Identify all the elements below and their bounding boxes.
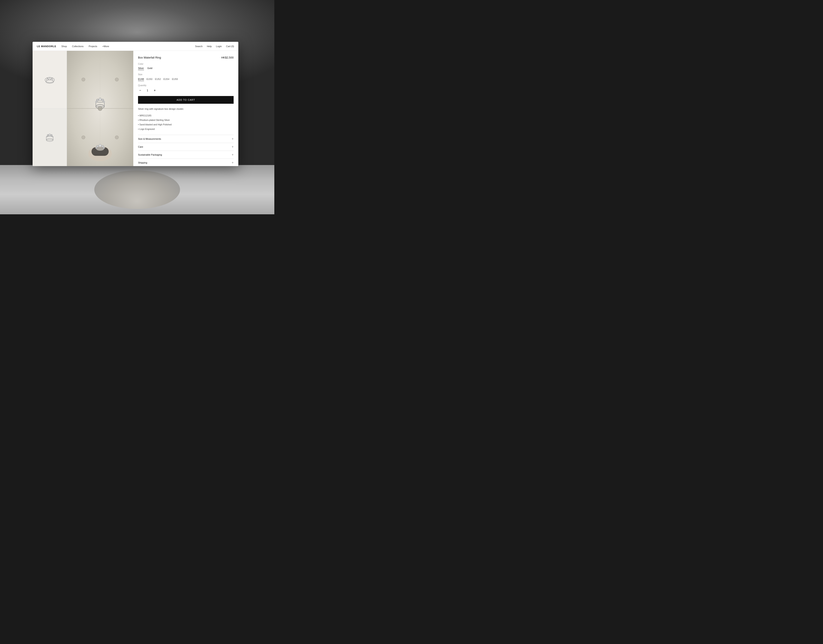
svg-point-6 xyxy=(50,79,51,80)
size-label: Size xyxy=(138,73,234,76)
spec-material: • Rhodium-plated Sterling Silver xyxy=(138,118,234,123)
product-description: Silver ring with signature box design cl… xyxy=(138,107,234,111)
hand-silhouette xyxy=(94,170,180,209)
accordion-care-expand-icon: + xyxy=(232,145,234,149)
accordion-packaging[interactable]: Sustainable Packaging + xyxy=(138,151,234,159)
nav-collections[interactable]: Collections xyxy=(72,45,84,48)
product-window: LE MANDORLE Shop Collections Projects +M… xyxy=(32,42,238,166)
svg-point-35 xyxy=(99,144,101,147)
background-bottom xyxy=(0,165,274,214)
quantity-value: 1 xyxy=(145,89,150,92)
svg-point-12 xyxy=(49,134,51,136)
size-eu48[interactable]: EU48 xyxy=(138,77,144,81)
nav-more[interactable]: +More xyxy=(103,45,109,48)
color-label: Color xyxy=(138,63,234,65)
main-product-image xyxy=(67,51,133,166)
accordion-size-expand-icon: + xyxy=(232,137,234,141)
navbar-right: Search Help Login Cart (0) xyxy=(195,45,234,48)
navbar-left: LE MANDORLE Shop Collections Projects +M… xyxy=(37,45,109,48)
svg-point-19 xyxy=(82,78,85,81)
svg-point-3 xyxy=(49,77,51,79)
accordion-packaging-expand-icon: + xyxy=(232,153,234,156)
size-eu54[interactable]: EU54 xyxy=(164,77,170,81)
add-to-cart-button[interactable]: ADD TO CART xyxy=(138,96,234,104)
svg-point-30 xyxy=(103,101,105,103)
svg-point-5 xyxy=(48,79,49,80)
spec-finish: • Sand-blasted and High Polished xyxy=(138,123,234,127)
size-section: Size EU48 EU50 EU52 EU54 EU59 xyxy=(138,73,234,81)
product-title: Box Waterfall Ring xyxy=(138,56,161,59)
svg-point-13 xyxy=(51,134,52,136)
svg-point-37 xyxy=(95,147,97,149)
svg-point-14 xyxy=(46,136,48,137)
main-image-svg xyxy=(67,51,133,166)
quantity-section: Quantity − 1 + xyxy=(138,84,234,93)
product-details-panel: Box Waterfall Ring HK$2,500 Color Silver… xyxy=(133,51,238,166)
svg-point-4 xyxy=(51,78,52,79)
navbar: LE MANDORLE Shop Collections Projects +M… xyxy=(32,42,238,51)
nav-login[interactable]: Login xyxy=(216,45,222,48)
size-eu52[interactable]: EU52 xyxy=(155,77,161,81)
accordion-size-measurements[interactable]: Size & Measurements + xyxy=(138,135,234,143)
thumbnail-2[interactable] xyxy=(32,109,67,166)
brand-logo: LE MANDORLE xyxy=(37,45,56,48)
size-eu59[interactable]: EU59 xyxy=(172,77,178,81)
svg-point-20 xyxy=(115,78,118,81)
nav-projects[interactable]: Projects xyxy=(89,45,97,48)
svg-point-33 xyxy=(96,147,104,151)
nav-search[interactable]: Search xyxy=(195,45,202,48)
quantity-controls: − 1 + xyxy=(138,88,234,93)
accordion-shipping-expand-icon: + xyxy=(232,161,234,164)
accordion-shipping-label: Shipping xyxy=(138,161,147,164)
color-options: Silver Gold xyxy=(138,67,234,70)
svg-point-15 xyxy=(52,136,53,137)
accordion-shipping[interactable]: Shipping + xyxy=(138,159,234,166)
svg-point-27 xyxy=(99,98,101,101)
svg-point-38 xyxy=(103,147,105,149)
spec-logo: • Logo Engraved xyxy=(138,127,234,131)
thumb-ring-1-icon xyxy=(41,71,58,88)
svg-point-21 xyxy=(82,136,85,139)
product-title-row: Box Waterfall Ring HK$2,500 xyxy=(138,56,234,59)
quantity-label: Quantity xyxy=(138,84,234,87)
product-content: Box Waterfall Ring HK$2,500 Color Silver… xyxy=(32,51,238,166)
svg-point-28 xyxy=(101,99,104,101)
svg-point-22 xyxy=(115,136,118,139)
nav-help[interactable]: Help xyxy=(207,45,212,48)
thumbnail-column xyxy=(32,51,67,166)
color-silver[interactable]: Silver xyxy=(138,67,144,70)
nav-shop[interactable]: Shop xyxy=(61,45,67,48)
thumb-ring-2-icon xyxy=(41,129,58,146)
size-options: EU48 EU50 EU52 EU54 EU59 xyxy=(138,77,234,81)
size-eu50[interactable]: EU50 xyxy=(147,77,153,81)
thumbnail-1[interactable] xyxy=(32,51,67,109)
svg-point-8 xyxy=(52,79,53,80)
nav-cart[interactable]: Cart (0) xyxy=(226,45,234,48)
svg-point-11 xyxy=(47,134,49,136)
color-gold[interactable]: Gold xyxy=(147,67,152,70)
svg-point-2 xyxy=(47,78,48,79)
accordion-care[interactable]: Care + xyxy=(138,143,234,151)
svg-point-0 xyxy=(46,80,54,83)
quantity-decrease-button[interactable]: − xyxy=(138,88,142,93)
product-specs: • WRG1218S • Rhodium-plated Sterling Sil… xyxy=(138,113,234,131)
accordion-packaging-label: Sustainable Packaging xyxy=(138,153,162,156)
product-price: HK$2,500 xyxy=(221,56,234,59)
accordion-care-label: Care xyxy=(138,146,143,148)
spec-sku: • WRG1218S xyxy=(138,113,234,118)
svg-point-26 xyxy=(97,99,99,101)
accordion-size-label: Size & Measurements xyxy=(138,138,161,140)
svg-point-7 xyxy=(46,79,47,80)
svg-point-29 xyxy=(95,101,97,103)
quantity-increase-button[interactable]: + xyxy=(153,88,157,93)
color-section: Color Silver Gold xyxy=(138,63,234,70)
